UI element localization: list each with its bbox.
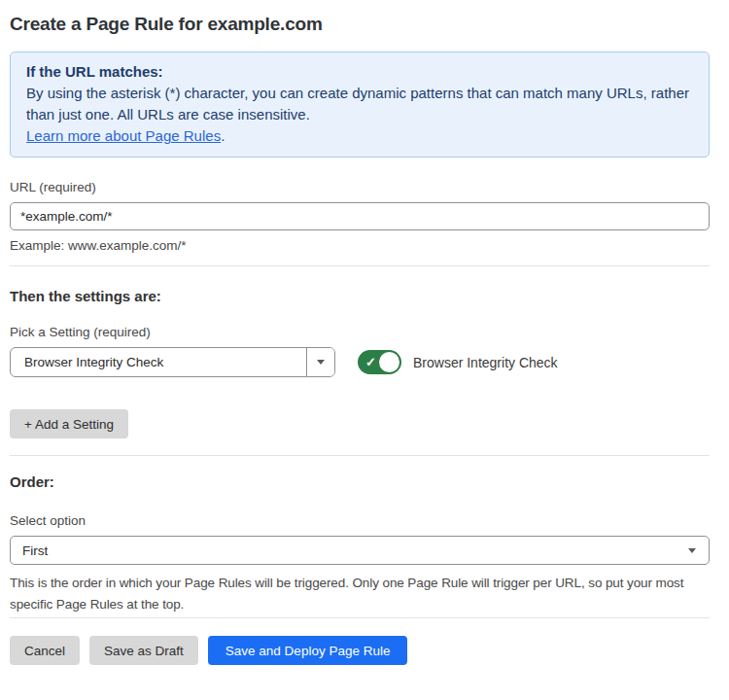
- page-title: Create a Page Rule for example.com: [10, 13, 710, 36]
- setting-row: Browser Integrity Check ✓ Browser Integr…: [10, 347, 710, 377]
- info-box-link-line: Learn more about Page Rules.: [26, 125, 693, 147]
- url-match-info-box: If the URL matches: By using the asteris…: [10, 52, 710, 158]
- chevron-down-icon: [688, 548, 696, 553]
- order-section-heading: Order:: [10, 472, 710, 491]
- order-select-value: First: [22, 543, 688, 558]
- learn-more-link[interactable]: Learn more about Page Rules: [26, 127, 221, 144]
- cancel-button[interactable]: Cancel: [10, 636, 80, 665]
- setting-toggle[interactable]: ✓: [358, 350, 401, 374]
- url-example-helper: Example: www.example.com/*: [10, 237, 710, 254]
- chevron-down-icon: [317, 360, 325, 365]
- check-icon: ✓: [365, 356, 376, 368]
- order-select-label: Select option: [10, 512, 710, 529]
- divider: [10, 617, 710, 618]
- order-helper-text: This is the order in which your Page Rul…: [10, 573, 710, 615]
- dropdown-arrow-button[interactable]: [306, 348, 334, 376]
- setting-picker-dropdown[interactable]: Browser Integrity Check: [10, 347, 335, 377]
- save-deploy-button[interactable]: Save and Deploy Page Rule: [208, 636, 408, 665]
- order-select[interactable]: First: [10, 536, 710, 565]
- link-period: .: [221, 127, 225, 144]
- settings-section-heading: Then the settings are:: [10, 287, 710, 305]
- toggle-knob: [379, 352, 399, 372]
- url-input[interactable]: [10, 202, 710, 230]
- divider: [10, 265, 710, 266]
- add-setting-button[interactable]: + Add a Setting: [10, 409, 128, 438]
- save-draft-button[interactable]: Save as Draft: [89, 636, 198, 665]
- footer-actions: Cancel Save as Draft Save and Deploy Pag…: [10, 636, 710, 665]
- info-box-body: By using the asterisk (*) character, you…: [26, 83, 693, 125]
- create-page-rule-form: Create a Page Rule for example.com If th…: [0, 0, 729, 665]
- url-field-label: URL (required): [10, 179, 710, 195]
- setting-toggle-label: Browser Integrity Check: [413, 355, 558, 370]
- info-box-heading: If the URL matches:: [26, 61, 693, 83]
- divider: [10, 455, 710, 456]
- setting-picker-label: Pick a Setting (required): [10, 324, 710, 340]
- setting-picker-value: Browser Integrity Check: [11, 348, 306, 376]
